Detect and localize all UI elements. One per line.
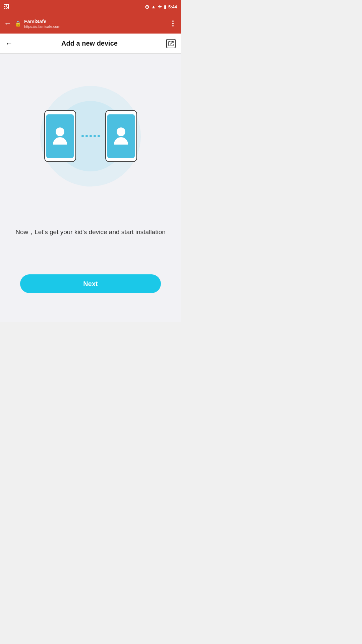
status-bar: 🖼 ⊖ ▲ ✈ ▮ 5:44 [0,0,181,13]
menu-dot-2 [172,23,174,24]
person-icon-left [53,127,67,145]
person-head-left [56,127,64,136]
time-display: 5:44 [168,4,177,9]
phones-row [44,110,137,162]
dot-5 [98,135,100,137]
menu-dot-3 [172,25,174,26]
person-icon-right [114,127,128,145]
dots-separator [81,135,100,137]
illustration-container [37,83,144,190]
phone-screen-right [107,114,135,158]
dot-3 [89,135,92,137]
main-content: Now，Let's get your kid's device and star… [0,54,181,322]
do-not-disturb-icon: ⊖ [145,4,149,10]
page-back-button[interactable]: ← [5,39,13,48]
status-bar-right: ⊖ ▲ ✈ ▮ 5:44 [145,4,177,10]
browser-url: https://u.famisafe.com [24,24,60,29]
browser-bar: ← 🔒 FamiSafe https://u.famisafe.com [0,13,181,34]
wifi-icon: ▲ [151,4,156,9]
browser-title: FamiSafe [24,18,60,24]
next-button[interactable]: Next [20,274,161,293]
phone-right [105,110,137,162]
person-body-left [53,137,67,145]
browser-text: FamiSafe https://u.famisafe.com [24,18,60,29]
phone-left [44,110,76,162]
browser-menu-button[interactable] [169,19,177,28]
airplane-icon: ✈ [158,4,162,9]
status-bar-left: 🖼 [4,4,9,10]
page-action-button[interactable] [166,39,176,48]
person-body-right [114,137,128,145]
page-title: Add a new device [61,40,118,47]
lock-icon: 🔒 [15,20,21,27]
person-head-right [117,127,125,136]
dot-4 [94,135,96,137]
page-header: ← Add a new device [0,34,181,54]
battery-icon: ▮ [164,4,166,9]
browser-back-button[interactable]: ← [4,19,11,28]
photo-icon: 🖼 [4,4,9,10]
menu-dot-1 [172,20,174,22]
browser-info: 🔒 FamiSafe https://u.famisafe.com [15,18,166,29]
phone-screen-left [46,114,74,158]
description-text: Now，Let's get your kid's device and star… [9,227,172,237]
dot-1 [81,135,84,137]
dot-2 [85,135,88,137]
svg-line-0 [171,41,173,44]
export-icon [168,41,174,47]
